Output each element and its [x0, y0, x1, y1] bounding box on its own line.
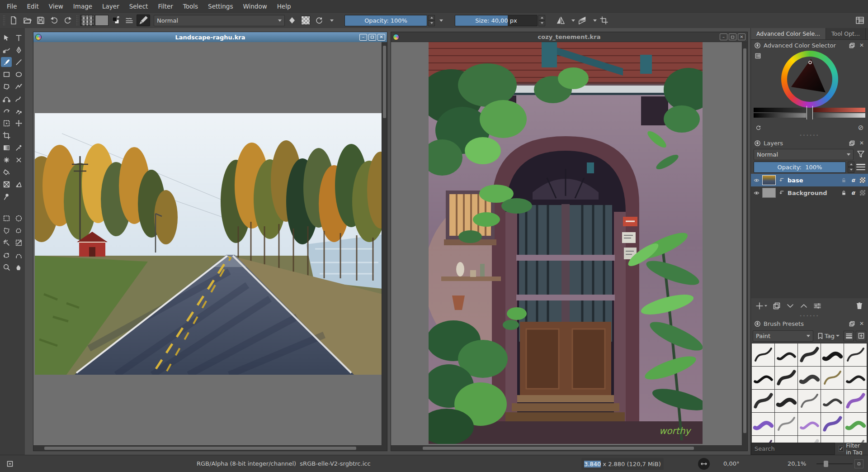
menu-file[interactable]: File: [2, 1, 22, 12]
close-docker-icon[interactable]: ✕: [858, 42, 865, 49]
tool-select-bezier[interactable]: [1, 250, 12, 260]
tool-line[interactable]: [13, 57, 24, 67]
tool-dynamic-brush[interactable]: [1, 106, 12, 116]
tool-pattern-edit[interactable]: [1, 155, 12, 165]
tool-color-sampler[interactable]: [13, 143, 24, 153]
mirror-vertical-button[interactable]: [576, 14, 589, 27]
menu-help[interactable]: Help: [272, 1, 296, 12]
landscape-titlebar[interactable]: Landscape-raghu.kra – ✕: [33, 32, 387, 42]
tenement-vertical-scrollbar[interactable]: [742, 42, 747, 445]
filter-in-tag-checkbox[interactable]: ✓: [839, 446, 844, 452]
tool-select-polygonal[interactable]: [1, 225, 12, 235]
layer-options-icon[interactable]: [856, 164, 865, 170]
open-document-button[interactable]: [21, 14, 33, 27]
mirror-horizontal-caret[interactable]: [568, 15, 575, 26]
close-layers-icon[interactable]: ✕: [858, 139, 865, 147]
selection-indicator-icon[interactable]: [6, 455, 14, 472]
brush-preset[interactable]: [775, 390, 797, 412]
maximize-button[interactable]: [368, 34, 376, 41]
tool-select-rectangular[interactable]: [1, 213, 12, 223]
tool-text[interactable]: [13, 33, 24, 43]
tab-advanced-color-selector[interactable]: Advanced Color Sele...: [751, 28, 826, 39]
gradient-chooser-button[interactable]: [80, 15, 94, 26]
layer-lock-icon[interactable]: [840, 176, 847, 184]
visibility-eye-icon[interactable]: [753, 176, 760, 184]
menu-view[interactable]: View: [44, 1, 68, 12]
tool-edit-shapes[interactable]: [1, 45, 12, 55]
opacity-options-caret[interactable]: [436, 15, 443, 26]
brush-preset[interactable]: [752, 390, 774, 412]
landscape-canvas-area[interactable]: [33, 42, 387, 451]
image-dimensions-field[interactable]: 3.840 x 2.880 (120,7 MiB): [581, 458, 664, 470]
brush-preset[interactable]: [752, 413, 774, 435]
layer-inherit-alpha-icon[interactable]: [859, 176, 866, 184]
menu-filter[interactable]: Filter: [153, 1, 178, 12]
add-layer-button[interactable]: [755, 302, 767, 310]
brush-preset[interactable]: [798, 367, 821, 389]
acs-settings-button[interactable]: [754, 52, 762, 60]
brush-preset[interactable]: [844, 390, 867, 412]
search-input[interactable]: [751, 443, 835, 455]
brush-preset-chooser-button[interactable]: [137, 14, 150, 26]
lock-brushes-icon[interactable]: [754, 320, 761, 327]
tool-select-shapes[interactable]: [1, 33, 12, 43]
menu-tools[interactable]: Tools: [178, 1, 203, 12]
edit-brush-settings-button[interactable]: [123, 14, 136, 27]
brush-preset[interactable]: [775, 436, 797, 443]
tenement-titlebar[interactable]: cozy_tenement.kra – ✕: [391, 32, 747, 42]
tenement-horizontal-scrollbar[interactable]: [391, 445, 742, 451]
brush-preset[interactable]: [844, 367, 867, 389]
refresh-colors-icon[interactable]: [755, 124, 762, 131]
float-brushes-icon[interactable]: [848, 320, 855, 327]
float-layers-icon[interactable]: [848, 139, 855, 147]
tool-gradient[interactable]: [1, 143, 12, 153]
tool-select-magnetic[interactable]: [13, 250, 24, 260]
eraser-mode-button[interactable]: [286, 14, 298, 27]
pattern-chooser-button[interactable]: [95, 15, 108, 26]
layer-opacity-spinner[interactable]: [848, 162, 854, 173]
brush-preset[interactable]: [821, 367, 844, 389]
close-button-2[interactable]: ✕: [738, 33, 745, 40]
opacity-spinner[interactable]: [428, 15, 435, 26]
redo-button[interactable]: [61, 14, 74, 27]
no-color-icon[interactable]: ⊘: [857, 124, 864, 131]
layer-opacity-slider[interactable]: Opacity: 100%: [754, 162, 846, 173]
reload-preset-options-caret[interactable]: [326, 15, 334, 26]
close-button[interactable]: ✕: [377, 34, 385, 41]
brush-preset[interactable]: [821, 390, 844, 412]
brush-preset[interactable]: [821, 413, 844, 435]
canvas-rotation-dial[interactable]: [698, 458, 710, 470]
tool-select-elliptical[interactable]: [13, 213, 24, 223]
layer-row-base[interactable]: base α: [751, 174, 868, 186]
brush-preset[interactable]: [821, 343, 844, 366]
blending-mode-dropdown[interactable]: Normal: [154, 15, 285, 26]
menu-select[interactable]: Select: [124, 1, 153, 12]
zoom-slider-handle[interactable]: [824, 461, 828, 467]
layer-alpha-icon-2[interactable]: α: [849, 189, 857, 196]
menu-window[interactable]: Window: [238, 1, 272, 12]
toolbar-drag-handle[interactable]: [3, 15, 5, 26]
fg-bg-color-swatch[interactable]: [109, 14, 122, 27]
tool-polyline[interactable]: [13, 81, 24, 91]
brush-preset[interactable]: [775, 367, 797, 389]
brush-preset[interactable]: [752, 343, 774, 366]
tool-calligraphy[interactable]: [13, 45, 24, 55]
tool-select-similar-color[interactable]: [13, 238, 24, 248]
layer-row-background[interactable]: Background α: [751, 186, 868, 199]
brush-filter-dropdown[interactable]: Paint: [753, 330, 813, 342]
minimize-button[interactable]: –: [359, 34, 367, 41]
delete-layer-button[interactable]: [855, 302, 863, 310]
visibility-eye-icon-2[interactable]: [753, 189, 760, 196]
reload-preset-button[interactable]: [313, 14, 326, 27]
tool-move[interactable]: [13, 118, 24, 128]
tool-bezier-curve[interactable]: [1, 94, 12, 104]
tool-crop[interactable]: [1, 130, 12, 140]
tool-measure[interactable]: [13, 179, 24, 189]
tool-freehand-path[interactable]: [13, 94, 24, 104]
brush-grid-view-button[interactable]: [856, 331, 866, 341]
tool-pan[interactable]: [13, 262, 24, 272]
new-document-button[interactable]: [7, 14, 20, 27]
brush-size-slider[interactable]: Size: 40,00 px: [455, 15, 538, 26]
docker-splitter[interactable]: ••••••: [751, 133, 868, 138]
undo-button[interactable]: [48, 14, 61, 27]
